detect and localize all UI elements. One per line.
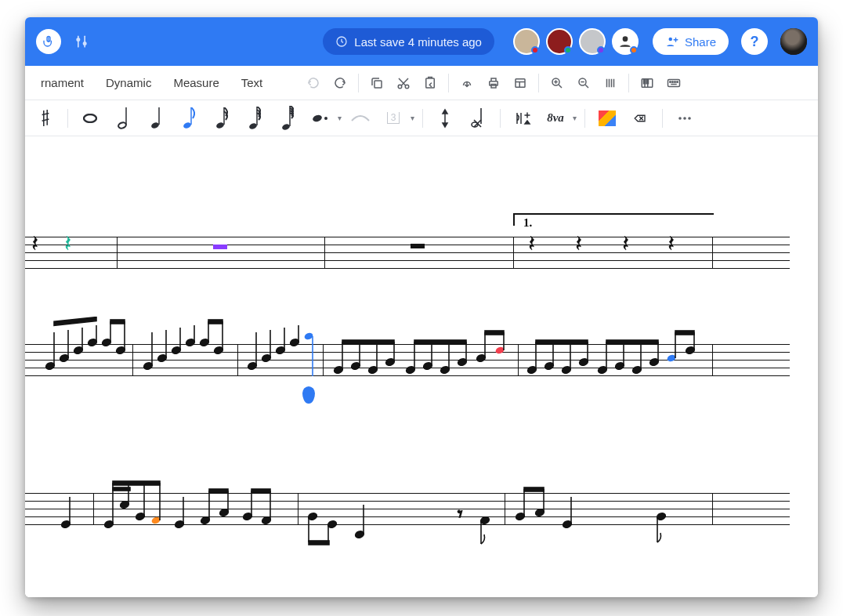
sixtyfourth-note-button[interactable]: [273, 104, 302, 132]
svg-point-56: [312, 114, 323, 123]
print-button[interactable]: [482, 71, 505, 95]
ottava-caret-icon[interactable]: ▾: [573, 114, 577, 122]
svg-point-65: [678, 117, 682, 120]
svg-rect-95: [208, 320, 223, 324]
svg-point-57: [324, 117, 327, 120]
dotted-caret-icon[interactable]: ▾: [338, 114, 342, 122]
flip-stem-button[interactable]: [431, 104, 459, 132]
svg-rect-176: [251, 489, 270, 493]
svg-rect-147: [606, 340, 658, 344]
barlines-button[interactable]: [599, 71, 622, 95]
copy-button[interactable]: [365, 71, 389, 95]
redo-button[interactable]: [328, 71, 352, 95]
menu-text[interactable]: Text: [232, 71, 273, 94]
layout-button[interactable]: [508, 71, 532, 95]
svg-point-43: [84, 114, 96, 122]
zoom-in-button[interactable]: [545, 71, 569, 95]
svg-point-10: [406, 85, 410, 89]
dotted-button[interactable]: [306, 104, 335, 132]
collaborator-avatars: [513, 28, 639, 55]
avatar-1[interactable]: [513, 28, 540, 55]
svg-point-2: [77, 38, 79, 41]
topbar: Last save 4 minutes ago Share ?: [25, 17, 818, 66]
thirtysecond-note-button[interactable]: [241, 104, 269, 132]
volta-label: 1.: [523, 216, 532, 230]
piano-button[interactable]: [635, 71, 659, 95]
last-save-text: Last save 4 minutes ago: [354, 35, 482, 49]
menu-measure[interactable]: Measure: [164, 71, 228, 94]
cut-button[interactable]: [392, 71, 415, 95]
profile-avatar: [780, 28, 807, 55]
cross-notehead-button[interactable]: [464, 104, 492, 132]
svg-line-22: [586, 85, 589, 88]
quarter-note-button[interactable]: [142, 104, 170, 132]
svg-point-66: [683, 117, 686, 120]
svg-line-18: [559, 85, 563, 88]
half-rest[interactable]: [213, 245, 227, 249]
svg-point-34: [670, 81, 671, 82]
palette-swatch-icon: [599, 111, 616, 126]
svg-rect-181: [309, 541, 329, 545]
share-button[interactable]: Share: [653, 28, 729, 55]
transpose-button[interactable]: [508, 104, 537, 132]
tie-button[interactable]: [346, 104, 374, 132]
note-toolbar: ▾ 3 ▾ 8va ▾: [25, 100, 818, 136]
svg-rect-129: [485, 331, 504, 335]
svg-rect-8: [374, 81, 382, 88]
staff-3-notes: 𝄾: [25, 466, 740, 552]
svg-rect-32: [647, 78, 649, 83]
svg-point-6: [623, 36, 628, 42]
keyboard-button[interactable]: [662, 71, 686, 95]
avatar-anon[interactable]: [612, 28, 639, 55]
clock-icon: [335, 35, 348, 48]
svg-rect-163: [113, 481, 160, 485]
svg-point-7: [668, 38, 672, 42]
zoom-out-button[interactable]: [572, 71, 595, 95]
svg-rect-76: [54, 317, 96, 326]
paste-button[interactable]: [418, 71, 442, 95]
sixteenth-note-button[interactable]: [208, 104, 236, 132]
svg-line-41: [42, 113, 49, 114]
more-button[interactable]: [671, 104, 699, 132]
profile-button[interactable]: [780, 28, 807, 55]
svg-line-42: [42, 119, 49, 121]
help-button[interactable]: ?: [741, 28, 768, 55]
mixer-button[interactable]: [69, 29, 94, 54]
sharp-button[interactable]: [31, 104, 60, 132]
svg-rect-81: [110, 320, 125, 324]
svg-rect-33: [668, 79, 680, 86]
volta-bracket: [513, 213, 714, 226]
svg-point-35: [672, 81, 674, 82]
svg-rect-124: [414, 340, 466, 344]
svg-rect-171: [209, 489, 228, 493]
svg-point-9: [399, 85, 403, 89]
menu-dynamic[interactable]: Dynamic: [96, 71, 161, 94]
half-note-button[interactable]: [109, 104, 137, 132]
svg-point-49: [183, 121, 192, 129]
menu-ornament[interactable]: rnament: [31, 71, 93, 94]
undo-button[interactable]: [302, 71, 325, 95]
download-button[interactable]: [455, 71, 479, 95]
erase-button[interactable]: [626, 104, 654, 132]
tuplet-button[interactable]: 3: [379, 104, 407, 132]
staff-1: 1. 𝄽 𝄽 𝄽 𝄽 𝄽 𝄽: [25, 237, 790, 268]
tuplet-caret-icon[interactable]: ▾: [411, 114, 414, 122]
ottava-button[interactable]: 8va: [541, 104, 570, 132]
share-label: Share: [685, 35, 716, 49]
eighth-note-button[interactable]: [175, 104, 203, 132]
svg-rect-115: [342, 340, 394, 344]
playback-button[interactable]: [36, 29, 61, 54]
svg-text:𝄾: 𝄾: [458, 510, 462, 518]
last-save-pill[interactable]: Last save 4 minutes ago: [323, 28, 494, 55]
share-icon: [665, 34, 679, 49]
svg-point-51: [215, 121, 225, 129]
score-canvas[interactable]: 1. 𝄽 𝄽 𝄽 𝄽 𝄽 𝄽: [25, 136, 818, 597]
avatar-3[interactable]: [579, 28, 606, 55]
svg-point-47: [150, 121, 160, 129]
color-palette-button[interactable]: [593, 104, 621, 132]
avatar-2[interactable]: [546, 28, 573, 55]
svg-point-55: [281, 123, 291, 131]
whole-note-button[interactable]: [76, 104, 104, 132]
whole-rest[interactable]: [411, 244, 425, 248]
playback-cursor-icon[interactable]: [302, 386, 315, 404]
